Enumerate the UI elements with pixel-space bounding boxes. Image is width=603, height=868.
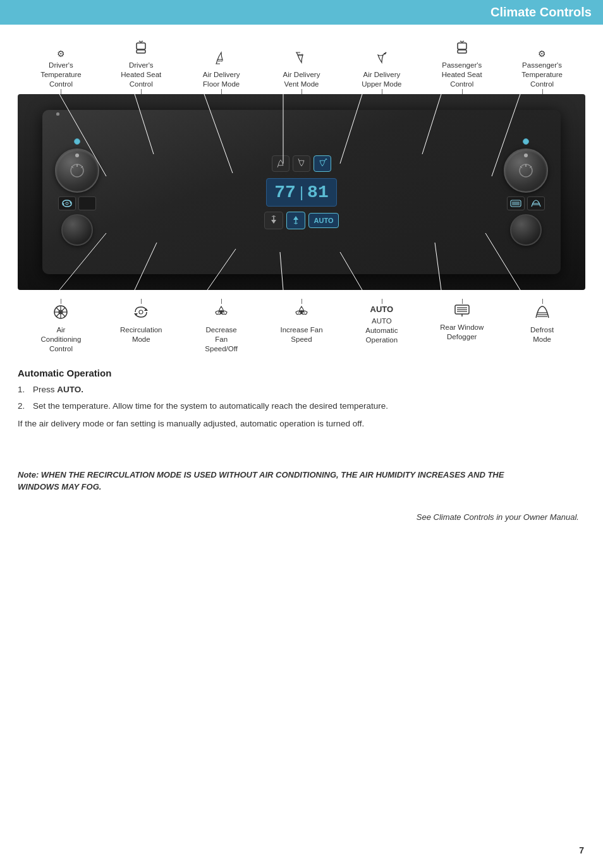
page-header: Climate Controls <box>0 0 603 25</box>
see-manual-text: See Climate Controls in your Owner Manua… <box>417 512 579 522</box>
air-upper-icon <box>375 51 389 69</box>
fan-buttons-row: AUTO <box>264 212 339 229</box>
decrease-fan-btn[interactable] <box>264 212 283 229</box>
label-air-delivery-floor: Air DeliveryFloor Mode <box>181 51 262 94</box>
step-1: 1. Press AUTO. <box>18 383 585 396</box>
auto-label: AUTOAutomaticOperation <box>365 316 398 345</box>
rear-defogger-label: Rear WindowDefogger <box>440 323 484 342</box>
air-vent-icon <box>295 51 308 69</box>
passengers-temp-knob-icon <box>517 162 535 179</box>
label-increase-fan: Increase FanSpeed <box>262 299 342 354</box>
drivers-temp-label: Driver'sTemperatureControl <box>40 61 82 89</box>
knob-small-dot-right <box>56 112 59 116</box>
upper-mode-btn[interactable] <box>314 155 331 172</box>
left-bottom-icons <box>58 196 96 210</box>
drivers-temp-icon: ⚙ <box>57 48 65 59</box>
step-1-num: 1. <box>18 383 25 396</box>
top-labels-row: ⚙ Driver'sTemperatureControl Driver'sHea… <box>18 31 585 94</box>
svg-point-44 <box>139 310 143 314</box>
recirculation-icon <box>61 199 73 208</box>
temp-right: 81 <box>307 183 329 202</box>
note-text: Note: WHEN THE RECIRCULATION MODE IS USE… <box>18 469 536 493</box>
knob-indicator-right <box>524 154 528 157</box>
increase-fan-icon <box>293 304 310 324</box>
svg-rect-3 <box>458 50 466 53</box>
recirculation-label: RecirculationMode <box>120 325 162 344</box>
svg-rect-2 <box>458 43 466 49</box>
temperature-display: 77 | 81 <box>266 178 336 207</box>
svg-rect-0 <box>137 43 145 49</box>
svg-point-21 <box>66 202 68 205</box>
indicator-right-top <box>523 138 529 145</box>
page-title: Climate Controls <box>490 5 592 19</box>
defrost-btn[interactable] <box>527 196 545 210</box>
bottom-labels-row: ❄ AirConditioningControl RecirculationMo… <box>18 294 585 354</box>
label-decrease-fan: DecreaseFanSpeed/Off <box>181 299 262 354</box>
defrost-label-icon <box>534 304 551 324</box>
svg-rect-1 <box>137 50 145 53</box>
recirculation-btn[interactable] <box>58 196 76 210</box>
passengers-heated-seat-icon <box>455 40 469 59</box>
steps-list: 1. Press AUTO. 2. Set the temperature. A… <box>18 383 585 413</box>
main-content: ⚙ Driver'sTemperatureControl Driver'sHea… <box>0 25 603 534</box>
label-air-delivery-upper: Air DeliveryUpper Mode <box>341 51 422 94</box>
label-passengers-temp: ⚙ Passenger'sTemperatureControl <box>502 48 582 94</box>
automatic-operation-title: Automatic Operation <box>18 368 585 378</box>
drivers-temp-knob[interactable] <box>55 148 99 193</box>
increase-fan-btn[interactable] <box>286 212 305 229</box>
auto-btn[interactable]: AUTO <box>308 213 339 228</box>
floor-mode-btn[interactable] <box>272 155 289 172</box>
auto-operation-body: If the air delivery mode or fan setting … <box>18 418 536 430</box>
step-2: 2. Set the temperature. Allow time for t… <box>18 400 585 413</box>
auto-icon: AUTO <box>370 304 394 315</box>
svg-line-22 <box>277 166 278 167</box>
rear-defogger-btn[interactable] <box>507 196 525 210</box>
svg-text:❄: ❄ <box>59 311 62 315</box>
defrost-icon <box>530 199 542 208</box>
svg-line-23 <box>298 159 299 160</box>
drivers-heated-seat-knob[interactable] <box>61 214 93 246</box>
step-2-num: 2. <box>18 400 25 413</box>
note-section: Note: WHEN THE RECIRCULATION MODE IS USE… <box>18 469 585 493</box>
passengers-heated-seat-label: Passenger'sHeated SeatControl <box>442 61 482 89</box>
decrease-fan-icon <box>213 304 229 324</box>
passengers-temp-knob[interactable] <box>504 148 548 193</box>
see-manual: See Climate Controls in your Owner Manua… <box>18 512 579 522</box>
passengers-heated-seat-knob[interactable] <box>510 214 542 246</box>
air-upper-label: Air DeliveryUpper Mode <box>362 70 401 89</box>
label-recirculation: RecirculationMode <box>101 299 181 354</box>
svg-marker-42 <box>144 308 148 311</box>
passengers-temp-icon: ⚙ <box>538 48 546 59</box>
air-vent-label: Air DeliveryVent Mode <box>283 70 320 89</box>
ac-icon: ❄ <box>52 304 69 324</box>
label-drivers-temp: ⚙ Driver'sTemperatureControl <box>21 48 101 94</box>
indicator-left-top <box>74 138 80 145</box>
label-air-delivery-vent: Air DeliveryVent Mode <box>262 51 342 94</box>
temp-left: 77 <box>274 183 296 202</box>
step-2-text: Set the temperature. Allow time for the … <box>33 401 388 411</box>
increase-fan-label: Increase FanSpeed <box>280 325 322 344</box>
extra-btn-left[interactable] <box>78 196 96 210</box>
label-defrost: DefrostMode <box>502 299 582 354</box>
air-delivery-buttons <box>272 155 331 172</box>
center-controls: 77 | 81 <box>264 155 339 229</box>
knob-indicator <box>75 154 79 157</box>
ac-control-label: AirConditioningControl <box>40 325 81 354</box>
drivers-heated-seat-icon <box>134 40 148 59</box>
drivers-heated-seat-label: Driver'sHeated SeatControl <box>121 61 161 89</box>
control-panel: 77 | 81 <box>42 110 561 274</box>
temp-separator: | <box>300 183 303 201</box>
label-rear-defogger: Rear WindowDefogger <box>422 299 502 354</box>
step-1-bold: AUTO. <box>57 385 83 394</box>
air-floor-label: Air DeliveryFloor Mode <box>203 70 240 89</box>
svg-marker-43 <box>134 313 138 316</box>
rear-defogger-icon <box>510 199 521 208</box>
defrost-label: DefrostMode <box>530 325 554 344</box>
label-auto: AUTO AUTOAutomaticOperation <box>341 299 422 354</box>
rear-defogger-label-icon <box>454 304 470 322</box>
right-bottom-icons <box>507 196 545 210</box>
vent-mode-btn[interactable] <box>293 155 310 172</box>
decrease-fan-label: DecreaseFanSpeed/Off <box>205 325 238 354</box>
label-ac-control: ❄ AirConditioningControl <box>21 299 101 354</box>
air-floor-icon <box>214 51 228 69</box>
